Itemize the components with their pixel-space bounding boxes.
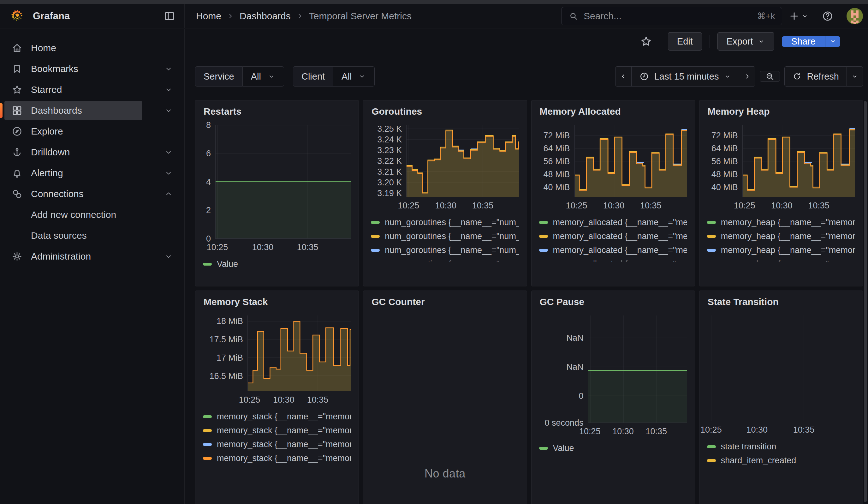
legend-item[interactable]: num_goroutines {__name__="num_go	[371, 229, 519, 243]
refresh-button[interactable]: Refresh	[784, 66, 847, 86]
x-axis-label: 10:25	[207, 243, 228, 252]
time-shift-forward-button[interactable]	[739, 66, 755, 86]
legend-item[interactable]: Value	[539, 441, 687, 455]
legend-item[interactable]: num_goroutines {__name__="num_go	[371, 243, 519, 257]
favorite-star-icon[interactable]	[640, 35, 652, 48]
share-options-button[interactable]	[825, 36, 840, 47]
sidebar-item-label: Starred	[31, 84, 62, 95]
legend-item[interactable]: memory_stack {__name__="memory_s	[203, 410, 351, 423]
scrollbar[interactable]	[864, 101, 867, 502]
y-axis-label: NaN	[566, 333, 583, 343]
chevron-down-icon[interactable]	[164, 85, 173, 94]
legend-item[interactable]: num_goroutines {__name__="num_go	[371, 215, 519, 229]
dashboard-grid: Restarts 8642010:2510:3010:35 Value Goro…	[195, 100, 863, 504]
chevron-down-icon[interactable]	[164, 64, 173, 73]
legend-item[interactable]: memory_heap {__name__="memory_h	[707, 257, 855, 261]
legend-item[interactable]: memory_heap {__name__="memory_h	[707, 215, 855, 229]
chevron-down-icon[interactable]	[164, 148, 173, 157]
legend-label: memory_allocated {__name__="memo	[553, 218, 687, 227]
edit-button[interactable]: Edit	[668, 32, 702, 51]
legend-item[interactable]: memory_allocated {__name__="memo	[539, 243, 687, 257]
client-select[interactable]: All	[333, 66, 375, 86]
chart-memory-allocated[interactable]: 72 MiB64 MiB56 MiB48 MiB40 MiB10:2510:30…	[539, 125, 687, 210]
y-axis-label: 0	[579, 391, 583, 401]
zoom-out-icon	[765, 71, 775, 81]
help-icon[interactable]	[822, 10, 834, 22]
chevron-down-icon[interactable]	[164, 169, 173, 177]
y-axis-label: 0 seconds	[545, 418, 583, 428]
legend-item[interactable]: memory_allocated {__name__="memo	[539, 257, 687, 261]
legend-item[interactable]: memory_allocated {__name__="memo	[539, 229, 687, 243]
sidebar-item-home[interactable]: Home	[0, 38, 184, 59]
sidebar-item-administration[interactable]: Administration	[0, 246, 184, 267]
add-new-button[interactable]	[788, 10, 809, 22]
chevron-down-icon[interactable]	[164, 252, 173, 261]
refresh-interval-button[interactable]	[847, 66, 863, 86]
chart-goroutines[interactable]: 3.25 K3.24 K3.23 K3.22 K3.21 K3.20 K3.19…	[371, 125, 519, 210]
chevron-down-icon	[267, 72, 276, 81]
breadcrumb-home[interactable]: Home	[196, 11, 221, 21]
sidebar-toggle-icon[interactable]	[164, 10, 175, 22]
panel-title[interactable]: GC Counter	[372, 297, 519, 307]
legend-item[interactable]: memory_heap {__name__="memory_h	[707, 243, 855, 257]
panel-title[interactable]: Goroutines	[372, 106, 519, 117]
legend-item[interactable]: num_goroutines {__name__="num_go	[371, 257, 519, 261]
panel-title[interactable]: Memory Stack	[204, 297, 351, 307]
grafana-logo-icon[interactable]	[10, 9, 24, 23]
sidebar-item-dashboards[interactable]: Dashboards	[0, 100, 184, 121]
export-button[interactable]: Export	[717, 32, 774, 51]
panel-title[interactable]: Restarts	[204, 106, 351, 117]
chart-memory-heap[interactable]: 72 MiB64 MiB56 MiB48 MiB40 MiB10:2510:30…	[707, 125, 855, 210]
refresh-icon	[792, 72, 802, 81]
legend-item[interactable]: memory_stack {__name__="memory_s	[203, 423, 351, 438]
panel-title[interactable]: GC Pause	[540, 297, 687, 307]
sidebar-item-starred[interactable]: Starred	[0, 79, 184, 100]
share-button[interactable]: Share	[782, 36, 825, 47]
chart-gc-pause[interactable]: NaNNaN00 seconds10:2510:3010:35	[539, 316, 687, 436]
sidebar-item-bookmarks[interactable]: Bookmarks	[0, 59, 184, 79]
x-axis-label: 10:35	[307, 395, 329, 405]
legend-swatch-icon	[539, 235, 548, 238]
search-input[interactable]: Search... ⌘+k	[561, 7, 782, 25]
sidebar-item-label: Data sources	[31, 230, 87, 241]
time-range-picker[interactable]: Last 15 minutes	[631, 66, 740, 86]
avatar[interactable]	[847, 8, 863, 24]
service-select[interactable]: All	[243, 66, 284, 86]
time-shift-back-button[interactable]	[615, 66, 632, 86]
y-axis-label: 6	[206, 149, 211, 158]
legend-item[interactable]: shard_item_created	[707, 453, 855, 467]
panel-state-transition: State Transition 10:2510:3010:35 state t…	[699, 290, 863, 504]
sidebar-item-add-new-connection[interactable]: Add new connection	[0, 204, 184, 225]
legend-label: memory_heap {__name__="memory_h	[721, 218, 855, 227]
legend-item[interactable]: memory_allocated {__name__="memo	[539, 215, 687, 229]
legend-item[interactable]: memory_stack {__name__="memory_s	[203, 451, 351, 465]
sidebar-item-explore[interactable]: Explore	[0, 121, 184, 142]
sidebar-item-data-sources[interactable]: Data sources	[0, 225, 184, 246]
legend-item[interactable]: memory_stack {__name__="memory_s	[203, 438, 351, 451]
chart-memory-stack[interactable]: 18 MiB17.5 MiB17 MiB16.5 MiB10:2510:3010…	[203, 316, 351, 404]
legend-label: memory_stack {__name__="memory_s	[217, 412, 351, 422]
chevron-up-icon[interactable]	[164, 189, 173, 198]
breadcrumb-dashboards[interactable]: Dashboards	[240, 11, 291, 21]
star-icon	[11, 84, 23, 95]
zoom-out-button[interactable]	[760, 71, 780, 82]
x-axis-label: 10:35	[646, 426, 667, 436]
chevron-down-icon[interactable]	[164, 106, 173, 115]
sidebar-item-connections[interactable]: Connections	[0, 184, 184, 204]
chart-state-transition[interactable]: 10:2510:3010:35	[707, 316, 855, 434]
panel-title[interactable]: Memory Heap	[707, 106, 855, 117]
legend-item[interactable]: state transition	[707, 440, 855, 453]
chart-restarts[interactable]: 8642010:2510:3010:35	[203, 125, 351, 252]
sidebar-item-alerting[interactable]: Alerting	[0, 163, 184, 184]
legend-swatch-icon	[539, 447, 548, 450]
legend-item[interactable]: memory_heap {__name__="memory_h	[707, 229, 855, 243]
legend-label: num_goroutines {__name__="num_go	[385, 232, 519, 241]
panel-title[interactable]: Memory Allocated	[540, 106, 687, 117]
legend-item[interactable]: Value	[203, 257, 351, 271]
client-variable: Client All	[293, 66, 375, 86]
y-axis-label: 56 MiB	[711, 157, 738, 166]
y-axis-label: 48 MiB	[711, 169, 738, 179]
panel-title[interactable]: State Transition	[707, 297, 855, 307]
sidebar-item-drilldown[interactable]: Drilldown	[0, 142, 184, 163]
legend-label: memory_heap {__name__="memory_h	[721, 245, 855, 255]
